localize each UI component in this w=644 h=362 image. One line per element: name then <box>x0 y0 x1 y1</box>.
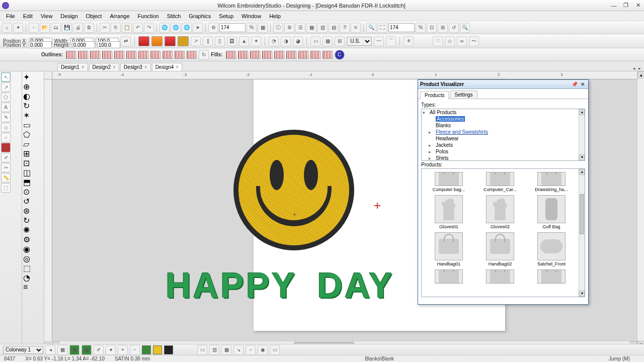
tree-item-fleece[interactable]: ▸Fleece and Sweatshirts <box>422 129 585 135</box>
cb-tool-3[interactable]: ▦ <box>221 345 231 355</box>
tool-b20[interactable]: ◎ <box>23 254 43 263</box>
zoom-combo-2[interactable] <box>388 23 415 32</box>
outline-stitch-4[interactable] <box>102 51 112 59</box>
view-list-icon[interactable]: ☰ <box>295 23 305 33</box>
panel-close-icon[interactable]: ✕ <box>579 81 586 88</box>
eyedrop-icon[interactable]: ✐ <box>94 345 104 355</box>
view-dots-icon[interactable]: ⠿ <box>340 23 350 33</box>
curve2-icon[interactable]: ⌒ <box>386 36 396 46</box>
polygon-tool[interactable]: ⬠ <box>1 93 11 102</box>
product-gloves01[interactable]: Gloves01 <box>425 195 473 229</box>
outline-stitch-8[interactable] <box>150 51 160 59</box>
print-icon[interactable]: 🖨 <box>73 23 83 33</box>
outline-stitch-6[interactable] <box>126 51 136 59</box>
zoom-fit-icon[interactable]: ⛶ <box>377 23 387 33</box>
gear-icon[interactable]: ⚙ <box>284 23 294 33</box>
cut-icon[interactable]: ✂ <box>100 23 110 33</box>
outline-stitch-5[interactable] <box>114 51 124 59</box>
menu-arrange[interactable]: Arrange <box>106 12 133 20</box>
tree-item-polos[interactable]: ▸Polos <box>422 148 585 155</box>
menu-function[interactable]: Function <box>134 12 163 20</box>
fill-stitch-2[interactable] <box>238 51 248 59</box>
send-icon[interactable]: ➤ <box>193 23 203 33</box>
outline-stitch-1[interactable] <box>66 51 76 59</box>
view-lines-icon[interactable]: ≡ <box>351 23 361 33</box>
zoom-prev-icon[interactable]: ↺ <box>449 23 459 33</box>
tree-item-accessories[interactable]: Accessories <box>422 116 585 122</box>
home-icon[interactable]: ⌂ <box>2 23 12 33</box>
fill-stitch-3[interactable] <box>250 51 260 59</box>
pin-icon[interactable]: 📌 <box>571 81 578 88</box>
picture-icon[interactable]: 🖼 <box>227 36 237 46</box>
globe1-icon[interactable]: 🌐 <box>159 23 170 33</box>
tab-prev-icon[interactable]: ◂ <box>632 66 636 71</box>
new-icon[interactable]: ▫ <box>29 23 39 33</box>
tool-b14[interactable]: ↺ <box>23 197 43 206</box>
product-drawstring[interactable]: Drawstring_ha... <box>527 172 576 192</box>
scroll-up-icon[interactable]: ▴ <box>637 71 644 78</box>
view-grid-icon[interactable]: ▦ <box>306 23 316 33</box>
palette-edit-icon[interactable]: ▦ <box>82 345 92 355</box>
fill-stitch-8[interactable] <box>310 51 320 59</box>
fill-stitch-4[interactable] <box>262 51 272 59</box>
tree-item-blanks[interactable]: Blanks <box>422 122 585 129</box>
tool-b22[interactable]: ◔ <box>23 273 43 283</box>
stitch-type-zigzag-icon[interactable] <box>165 36 176 46</box>
stitch-type-satin-icon[interactable] <box>138 36 149 46</box>
color-swatch-1[interactable] <box>142 345 151 354</box>
minimize-button[interactable]: — <box>610 2 618 9</box>
close-icon[interactable]: × <box>82 64 85 70</box>
happy-day-text[interactable]: HAPPYDAY <box>166 265 394 306</box>
tree-root[interactable]: ▾All Products <box>422 109 585 116</box>
tool-b16[interactable]: ↻ <box>23 216 43 225</box>
column-icon[interactable]: ▯ <box>215 36 225 46</box>
tool-b1[interactable]: ✦ <box>23 72 43 82</box>
zoom-combo-1[interactable] <box>219 23 246 32</box>
globe2-icon[interactable]: 🌐 <box>171 23 181 33</box>
fill-color-icon[interactable]: C <box>335 50 345 60</box>
lettering-tool[interactable]: A <box>1 103 11 112</box>
zoom-tool-icon[interactable]: 🔍 <box>366 23 376 33</box>
tool-b4[interactable]: ↻ <box>23 101 43 111</box>
shape-icon[interactable]: ▲ <box>239 36 249 46</box>
copy-icon[interactable]: ⎘ <box>111 23 121 33</box>
outline-more-icon[interactable]: ↻ <box>199 50 209 60</box>
products-scroll-down-icon[interactable]: ▾ <box>579 291 585 297</box>
rect-icon[interactable]: ▭ <box>310 36 320 46</box>
close-button[interactable]: ✕ <box>634 2 642 9</box>
tool-b13[interactable]: ⊙ <box>23 187 43 197</box>
tool-b23[interactable]: ≡ <box>23 283 43 292</box>
curve1-icon[interactable]: 〰 <box>374 36 384 46</box>
outline-stitch-2[interactable] <box>78 51 88 59</box>
menu-graphics[interactable]: Graphics <box>185 12 215 20</box>
cb-tool-7[interactable]: ▭ <box>270 345 280 355</box>
tool-b5[interactable]: ✶ <box>23 111 43 120</box>
pos-y-input[interactable] <box>29 41 52 48</box>
product-partial-2[interactable] <box>476 269 524 284</box>
reshape-tool[interactable]: ↗ <box>1 82 11 92</box>
tool-b3[interactable]: ◐ <box>23 92 43 101</box>
colorway-prev-icon[interactable]: ◂ <box>45 345 55 355</box>
product-partial-1[interactable] <box>425 269 473 284</box>
units-combo[interactable]: U.S. <box>347 37 372 46</box>
info-icon[interactable]: ⓘ <box>273 23 283 33</box>
wave-icon[interactable]: 〜 <box>469 36 479 46</box>
maximize-button[interactable]: ❐ <box>622 2 630 9</box>
tool-b6[interactable]: ▭ <box>23 120 43 130</box>
cb-tool-6[interactable]: ◉ <box>258 345 268 355</box>
collapse-icon[interactable]: ▾ <box>423 110 427 115</box>
expand-icon[interactable]: ▸ <box>429 156 433 160</box>
height-pct-input[interactable] <box>97 41 120 48</box>
menu-stitch[interactable]: Stitch <box>163 12 185 20</box>
palette-icon[interactable]: ▦ <box>57 345 67 355</box>
tab-settings[interactable]: Settings <box>450 90 477 99</box>
zoom-sel-icon[interactable]: ⊞ <box>438 23 448 33</box>
tree-item-headwear[interactable]: Headwear <box>422 135 585 142</box>
menu-view[interactable]: View <box>37 12 57 20</box>
globe3-icon[interactable]: 🌐 <box>182 23 192 33</box>
plus-icon[interactable]: + <box>118 345 128 355</box>
grid-icon[interactable]: ▦ <box>258 23 268 33</box>
expand-icon[interactable]: ▸ <box>429 130 433 134</box>
tab-design2[interactable]: Design2× <box>89 63 120 71</box>
product-satchel[interactable]: Satchel_Front <box>527 232 576 266</box>
